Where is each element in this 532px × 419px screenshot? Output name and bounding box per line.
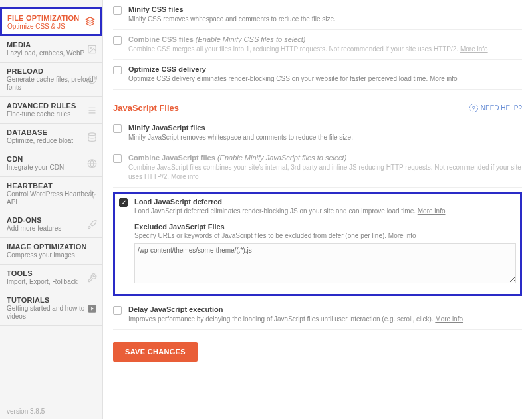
globe-icon (87, 158, 97, 168)
sidebar-item-tools[interactable]: TOOLS Import, Export, Rollback (0, 265, 102, 291)
sidebar-item-title: FILE OPTIMIZATION (7, 14, 95, 22)
sidebar-item-title: ADVANCED RULES (7, 102, 96, 110)
sidebar-item-tutorials[interactable]: TUTORIALS Getting started and how to vid… (0, 291, 102, 326)
setting-title: Minify CSS files (128, 5, 522, 13)
sidebar-item-title: IMAGE OPTIMIZATION (7, 243, 96, 251)
checkbox-delay-js[interactable] (113, 306, 122, 315)
setting-desc: Improves performance by delaying the loa… (128, 315, 522, 324)
setting-combine-js: Combine JavaScript files (Enable Minify … (113, 148, 522, 188)
sidebar-item-title: DATABASE (7, 128, 96, 136)
main-content: Minify CSS files Minify CSS removes whit… (103, 0, 532, 419)
sidebar: FILE OPTIMIZATION Optimize CSS & JS MEDI… (0, 0, 103, 419)
setting-minify-js: Minify JavaScript files Minify JavaScrip… (113, 118, 522, 148)
wrench-icon (87, 273, 97, 283)
sidebar-item-sub: Generate cache files, preload fonts (7, 76, 96, 92)
sidebar-item-media[interactable]: MEDIA LazyLoad, embeds, WebP (0, 36, 102, 63)
svg-point-5 (88, 132, 96, 135)
setting-combine-css: Combine CSS files (Enable Minify CSS fil… (113, 30, 522, 60)
save-changes-button[interactable]: SAVE CHANGES (113, 342, 198, 362)
setting-desc: Minify CSS removes whitespace and commen… (128, 15, 522, 24)
sidebar-item-title: TOOLS (7, 269, 96, 277)
excluded-js-textarea[interactable] (134, 243, 516, 283)
heart-icon (87, 189, 97, 199)
section-header-js: JavaScript Files ? NEED HELP? (113, 103, 522, 113)
sidebar-item-title: TUTORIALS (7, 296, 96, 304)
excluded-js-title: Excluded JavaScript Files (134, 223, 516, 231)
need-help-link[interactable]: ? NEED HELP? (469, 104, 522, 112)
setting-desc: Combine CSS merges all your files into 1… (128, 45, 522, 54)
layers-icon (85, 17, 95, 27)
sidebar-item-title: PRELOAD (7, 67, 96, 75)
setting-desc: Minify JavaScript removes whitespace and… (128, 133, 522, 142)
setting-defer-js: Load JavaScript deferred Load JavaScript… (119, 198, 516, 290)
checkbox-optimize-css-delivery[interactable] (113, 66, 122, 74)
setting-title: Optimize CSS delivery (128, 65, 522, 73)
sidebar-item-file-optimization[interactable]: FILE OPTIMIZATION Optimize CSS & JS (0, 7, 102, 36)
sidebar-item-sub: Import, Export, Rollback (7, 278, 96, 286)
sidebar-item-preload[interactable]: PRELOAD Generate cache files, preload fo… (0, 63, 102, 97)
refresh-icon (87, 74, 97, 84)
sidebar-item-sub: Control WordPress Heartbeat API (7, 190, 96, 206)
setting-title: Load JavaScript deferred (134, 198, 516, 206)
sidebar-item-title: HEARTBEAT (7, 182, 96, 190)
setting-title: Combine JavaScript files (Enable Minify … (128, 154, 522, 162)
sidebar-item-cdn[interactable]: CDN Integrate your CDN (0, 150, 102, 177)
rocket-icon (87, 219, 97, 229)
checkbox-defer-js[interactable] (119, 198, 128, 207)
sidebar-item-title: ADD-ONS (7, 216, 96, 224)
sidebar-item-sub: Optimize, reduce bloat (7, 137, 96, 145)
checkbox-minify-js[interactable] (113, 124, 122, 133)
sidebar-item-sub: Fine-tune cache rules (7, 110, 96, 118)
sidebar-item-sub: Optimize CSS & JS (7, 23, 95, 31)
highlighted-defer-section: Load JavaScript deferred Load JavaScript… (113, 192, 522, 296)
more-info-link[interactable]: More info (430, 75, 458, 82)
sidebar-item-sub: Add more features (7, 225, 96, 233)
help-icon: ? (469, 104, 478, 112)
sidebar-item-image-optimization[interactable]: IMAGE OPTIMIZATION Compress your images (0, 238, 102, 265)
checkbox-combine-css[interactable] (113, 36, 122, 45)
play-icon (87, 303, 97, 313)
version-label: version 3.8.5 (0, 404, 102, 419)
sidebar-item-advanced-rules[interactable]: ADVANCED RULES Fine-tune cache rules (0, 97, 102, 124)
excluded-js-desc: Specify URLs or keywords of JavaScript f… (134, 232, 516, 239)
sidebar-item-sub: LazyLoad, embeds, WebP (7, 49, 96, 57)
setting-title: Delay JavaScript execution (128, 305, 522, 313)
need-help-label: NEED HELP? (481, 104, 522, 112)
setting-title: Combine CSS files (Enable Minify CSS fil… (128, 35, 522, 43)
svg-point-1 (90, 47, 91, 48)
more-info-link[interactable]: More info (388, 232, 416, 239)
sliders-icon (87, 105, 97, 115)
setting-minify-css: Minify CSS files Minify CSS removes whit… (113, 0, 522, 30)
sidebar-item-title: CDN (7, 155, 96, 163)
sidebar-item-sub: Getting started and how to videos (7, 305, 96, 321)
sidebar-item-database[interactable]: DATABASE Optimize, reduce bloat (0, 124, 102, 150)
sidebar-item-heartbeat[interactable]: HEARTBEAT Control WordPress Heartbeat AP… (0, 177, 102, 211)
sidebar-item-sub: Compress your images (7, 251, 96, 259)
section-title: JavaScript Files (113, 103, 179, 113)
checkbox-minify-css[interactable] (113, 6, 122, 15)
more-info-link[interactable]: More info (460, 45, 488, 53)
more-info-link[interactable]: More info (171, 173, 199, 180)
sidebar-item-title: MEDIA (7, 41, 96, 49)
more-info-link[interactable]: More info (435, 315, 463, 323)
setting-optimize-css-delivery: Optimize CSS delivery Optimize CSS deliv… (113, 60, 522, 90)
setting-desc: Optimize CSS delivery eliminates render-… (128, 74, 522, 84)
sidebar-item-add-ons[interactable]: ADD-ONS Add more features (0, 211, 102, 238)
checkbox-combine-js[interactable] (113, 154, 122, 163)
db-icon (87, 132, 97, 142)
setting-delay-js: Delay JavaScript execution Improves perf… (113, 300, 522, 330)
setting-desc: Combine JavaScript files combines your s… (128, 163, 522, 182)
sidebar-item-sub: Integrate your CDN (7, 164, 96, 172)
image-icon (87, 44, 97, 54)
more-info-link[interactable]: More info (418, 208, 446, 215)
setting-title: Minify JavaScript files (128, 124, 522, 132)
setting-desc: Load JavaScript deferred eliminates rend… (134, 207, 516, 216)
